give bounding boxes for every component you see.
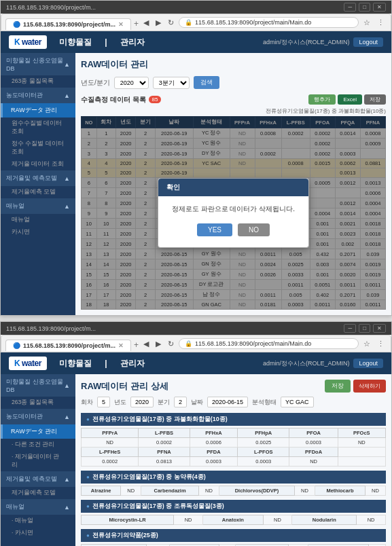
tab-bar-2: 🔵 115.68.185.139:8090/project/m... ✕ + bbox=[5, 340, 139, 351]
th-atrazine: Atrazine bbox=[82, 486, 121, 496]
val-atrazine: ND bbox=[121, 486, 141, 496]
th-anatoxin: Anatoxin bbox=[202, 515, 263, 525]
forward-btn-1[interactable]: ▶ bbox=[154, 18, 163, 28]
th-nodularin: Nodularin bbox=[292, 515, 357, 525]
new-tab-btn-2[interactable]: + bbox=[134, 340, 139, 350]
maximize-btn-1[interactable]: □ bbox=[359, 3, 370, 12]
th-lpfos: L-PFOS bbox=[238, 448, 289, 457]
reload-btn-2[interactable]: ↻ bbox=[166, 339, 176, 349]
table-container-1: NO 회차 년도 분기 날짜 분석형태 PFPrA PFHxA L-PFBS P… bbox=[81, 116, 386, 310]
reload-btn-1[interactable]: ↻ bbox=[166, 18, 176, 28]
section-pfas: 전류성유기오염물질(17종) 중 과불화화합물(10종) bbox=[81, 413, 386, 426]
search-btn-1[interactable]: 검색 bbox=[194, 76, 219, 89]
modal-no-btn[interactable]: NO bbox=[238, 223, 270, 236]
section-header-row: 수질측정 데이터 목록 85 행추가 Excel 저장 bbox=[81, 94, 386, 105]
browser-chrome-2: 🔵 115.68.185.139:8090/project/m... ✕ + ◀… bbox=[1, 335, 391, 352]
sidebar-item-263[interactable]: 263종 물질목록 bbox=[1, 75, 75, 88]
print-btn[interactable]: 저장 bbox=[364, 94, 386, 105]
logo-1: K water bbox=[9, 35, 47, 49]
th-pfhpa: PFHpA bbox=[238, 429, 289, 438]
th-pfhxa: PFHxA bbox=[190, 429, 237, 438]
sidebar2-item-casimane[interactable]: · 카시면 bbox=[1, 527, 75, 539]
title-bar-1: 115.68.185.139:8090/project/m... ─ □ ✕ bbox=[1, 1, 391, 14]
logout-btn-2[interactable]: Logout bbox=[353, 359, 383, 368]
th-microcystin: Microcystin-LR bbox=[82, 515, 174, 525]
sidebar2-item-source[interactable]: · 다른 조건 관리 bbox=[1, 439, 75, 451]
modal-yes-btn[interactable]: YES bbox=[197, 223, 232, 236]
sidebar-item-source[interactable]: 원수수질별 데이터 조회 bbox=[1, 117, 75, 138]
sidebar-item-raw[interactable]: RAWデータ 관리 bbox=[1, 103, 75, 117]
sidebar-section-model[interactable]: 제거율및 예측모델 ▲ bbox=[1, 170, 75, 186]
pfas-group-label: 전류성유기오염물질(17종) 중 과불화화합물(10종) bbox=[81, 107, 386, 115]
forward-btn-2[interactable]: ▶ bbox=[154, 339, 163, 349]
th-pfdoa: PFDoA bbox=[289, 448, 338, 457]
sidebar-2: 미향물질 신종오염물DB ▲ 263종 물질목록 농도데이터관 ▲ RAWデータ… bbox=[1, 374, 75, 546]
sidebar-section-data[interactable]: 농도데이터관 ▲ bbox=[1, 88, 75, 103]
menu-btn-2[interactable]: ⋮ bbox=[375, 339, 387, 349]
sidebar2-section-data[interactable]: 농도데이터관 ▲ bbox=[1, 409, 75, 424]
hoicha-value: 5 bbox=[97, 397, 110, 407]
filter-select-quarter[interactable]: 3분기 bbox=[153, 77, 190, 89]
browser-chrome-1: 🔵 115.68.185.139:8090/project/m... ✕ + ◀… bbox=[1, 14, 391, 31]
sidebar-item-casimane[interactable]: 카시면 bbox=[1, 226, 75, 238]
sidebar2-item-raw[interactable]: RAWデータ 관리 bbox=[1, 424, 75, 439]
section-pesticide: 전류성유기오염물질(17종) 중 농약류(4종) bbox=[81, 471, 386, 484]
filter-row-1: 년도/분기 2020 3분기 검색 bbox=[81, 76, 386, 89]
val-pfhpa: 0.0025 bbox=[238, 438, 289, 448]
year-value-2: 2020 bbox=[130, 397, 154, 407]
sidebar-item-manual[interactable]: 매뉴얼 bbox=[1, 214, 75, 226]
th-pfna: PFNA bbox=[139, 448, 190, 457]
save-btn-2[interactable]: 저장 bbox=[325, 380, 351, 393]
address-bar-1[interactable]: 🔒 115.68.185.139:8090/project/main/Main.… bbox=[179, 17, 359, 28]
modal-overlay-1: 확인 정제로도 파란으로 데이터가 삭제됩니다. YES NO bbox=[81, 116, 386, 310]
sidebar-item-removal[interactable]: 제거율 데이터 조회 bbox=[1, 158, 75, 170]
back-btn-1[interactable]: ◀ bbox=[141, 18, 151, 28]
th-pfocs: PFOcS bbox=[338, 429, 385, 438]
bookmark-btn-2[interactable]: ☆ bbox=[361, 339, 372, 349]
address-bar-2[interactable]: 🔒 115.68.185.139:8090/project/main/Main.… bbox=[179, 338, 359, 349]
menu-btn-1[interactable]: ⋮ bbox=[375, 18, 387, 28]
excel-btn[interactable]: Excel bbox=[338, 94, 362, 105]
sidebar2-section-manual[interactable]: 매뉴얼 ▲ bbox=[1, 499, 75, 515]
lock-icon-1: 🔒 bbox=[185, 19, 192, 26]
date-label-2: 날짜 bbox=[191, 398, 203, 407]
sidebar-section-pollution-db[interactable]: 미향물질 신종오염물DB ▲ bbox=[1, 53, 75, 75]
sidebar2-item-removal-model[interactable]: 제거율예측 모델 bbox=[1, 487, 75, 499]
sidebar-section-manual[interactable]: 매뉴얼 ▲ bbox=[1, 198, 75, 214]
add-row-btn[interactable]: 행추가 bbox=[308, 94, 336, 105]
detail-fields-row: 회차 5 년도 2020 분기 2 날짜 2020-06-15 분석형태 YC … bbox=[81, 397, 386, 407]
bookmark-btn-1[interactable]: ☆ bbox=[361, 18, 372, 28]
delete-btn-2[interactable]: 삭제하기 bbox=[353, 380, 386, 393]
sidebar2-section-pollution-db[interactable]: 미향물질 신종오염물DB ▲ bbox=[1, 374, 75, 397]
close-btn-2[interactable]: ✕ bbox=[373, 324, 386, 333]
sidebar2-section-model[interactable]: 제거율및 예측모델 ▲ bbox=[1, 471, 75, 487]
tab-icon-2: 🔵 bbox=[13, 342, 20, 349]
badge-count-1: 85 bbox=[149, 96, 162, 103]
sidebar-item-removal-model[interactable]: 제거율예측 모델 bbox=[1, 186, 75, 198]
minimize-btn-1[interactable]: ─ bbox=[344, 3, 356, 12]
logout-btn-1[interactable]: Logout bbox=[353, 37, 383, 47]
filter-select-year[interactable]: 2020 bbox=[114, 77, 149, 89]
sidebar2-item-rawdata[interactable]: · 제거율데이터 관리 bbox=[1, 451, 75, 471]
active-tab-2[interactable]: 🔵 115.68.185.139:8090/project/m... ✕ bbox=[5, 340, 131, 351]
back-btn-2[interactable]: ◀ bbox=[141, 339, 151, 349]
url-text-2: 115.68.185.139:8090/project/main/Main.do bbox=[195, 340, 311, 347]
section-pharma: 전류성유기의약품(25종) bbox=[81, 529, 386, 542]
logo-2: K water bbox=[9, 357, 47, 370]
maximize-btn-2[interactable]: □ bbox=[359, 324, 370, 333]
val-pfdoa: ND bbox=[289, 457, 338, 467]
new-tab-btn-1[interactable]: + bbox=[134, 19, 139, 29]
active-tab-1[interactable]: 🔵 115.68.185.139:8090/project/m... ✕ bbox=[5, 18, 131, 30]
table-action-buttons: 행추가 Excel 저장 bbox=[308, 94, 386, 105]
tab-close-2[interactable]: ✕ bbox=[118, 342, 124, 349]
minimize-btn-2[interactable]: ─ bbox=[344, 324, 356, 333]
sidebar2-item-263[interactable]: 263종 물질목록 bbox=[1, 397, 75, 409]
analysis-value-2: YC GAC bbox=[281, 397, 314, 407]
sidebar-item-purified[interactable]: 정수 수질별 데이터 조회 bbox=[1, 138, 75, 158]
th-methiocarb: Methiocarb bbox=[315, 486, 365, 496]
tab-close-1[interactable]: ✕ bbox=[118, 21, 124, 28]
sidebar2-item-manual[interactable]: · 매뉴얼 bbox=[1, 515, 75, 527]
pfas-table: PFPrA L-PFBS PFHxA PFHpA PFOA PFOcS ND 0… bbox=[81, 428, 386, 467]
pesticide-table: AtrazineND CarbendazimND Dichlorvos(DDVP… bbox=[81, 486, 386, 496]
close-btn-1[interactable]: ✕ bbox=[373, 3, 386, 12]
